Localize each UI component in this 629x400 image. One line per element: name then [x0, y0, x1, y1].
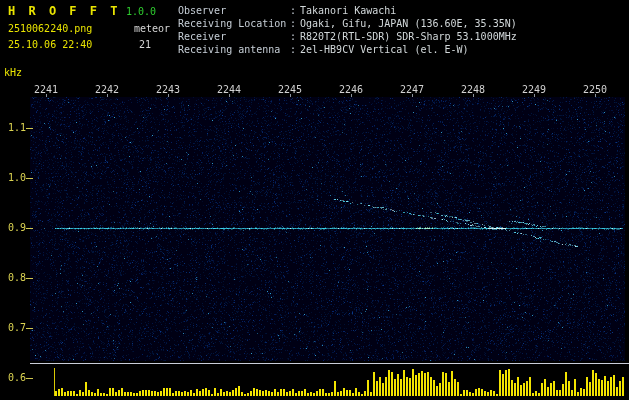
- time-tick-label: 2247: [400, 84, 424, 95]
- time-tick-label: 2245: [278, 84, 302, 95]
- time-tick-label: 2249: [522, 84, 546, 95]
- freq-tick-label: 0.6: [8, 372, 26, 383]
- colon: :: [290, 30, 300, 43]
- freq-tick-label: 1.0: [8, 172, 26, 183]
- echo-count: 21: [139, 39, 151, 50]
- info-value: 2el-HB9CV Vertical (el. E-W): [300, 43, 469, 56]
- info-label: Receiver: [178, 30, 290, 43]
- freq-unit-label: kHz: [4, 67, 22, 78]
- freq-tick-label: 0.7: [8, 322, 26, 333]
- time-tick-label: 2242: [95, 84, 119, 95]
- freq-tick-label: 1.1: [8, 122, 26, 133]
- colon: :: [290, 4, 300, 17]
- freq-tick-label: 0.8: [8, 272, 26, 283]
- hrofft-screen: H R O F F T 1.0.0 2510062240.png meteor …: [0, 0, 629, 400]
- observation-datetime: 25.10.06 22:40: [8, 39, 92, 50]
- info-value: R820T2(RTL-SDR) SDR-Sharp 53.1000MHz: [300, 30, 517, 43]
- info-label: Observer: [178, 4, 290, 17]
- mode-label: meteor: [134, 23, 170, 34]
- info-label: Receiving Location: [178, 17, 290, 30]
- colon: :: [290, 43, 300, 56]
- output-filename: 2510062240.png: [8, 23, 92, 34]
- time-tick-label: 2243: [156, 84, 180, 95]
- info-value: Takanori Kawachi: [300, 4, 396, 17]
- info-row-location: Receiving Location:Ogaki, Gifu, JAPAN (1…: [178, 17, 517, 30]
- info-label: Receiving antenna: [178, 43, 290, 56]
- info-row-antenna: Receiving antenna:2el-HB9CV Vertical (el…: [178, 43, 517, 56]
- time-tick-label: 2250: [583, 84, 607, 95]
- time-tick-label: 2244: [217, 84, 241, 95]
- colon: :: [290, 17, 300, 30]
- info-row-observer: Observer:Takanori Kawachi: [178, 4, 517, 17]
- spectrogram-canvas: [0, 0, 629, 400]
- app-version: 1.0.0: [126, 6, 156, 17]
- time-tick-label: 2246: [339, 84, 363, 95]
- freq-tick-label: 0.9: [8, 222, 26, 233]
- app-title: H R O F F T: [8, 4, 120, 18]
- info-row-receiver: Receiver:R820T2(RTL-SDR) SDR-Sharp 53.10…: [178, 30, 517, 43]
- station-info: Observer:Takanori Kawachi Receiving Loca…: [178, 4, 517, 56]
- time-tick-label: 2248: [461, 84, 485, 95]
- time-tick-label: 2241: [34, 84, 58, 95]
- info-value: Ogaki, Gifu, JAPAN (136.60E, 35.35N): [300, 17, 517, 30]
